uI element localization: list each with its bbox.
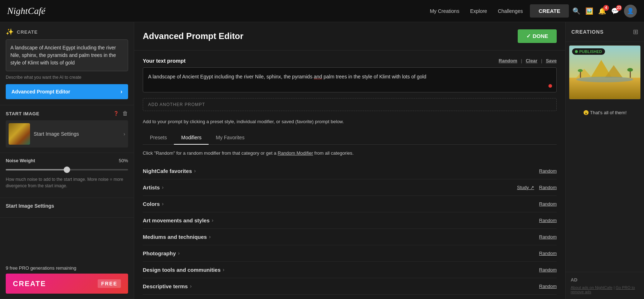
slider-fill <box>6 169 67 170</box>
add-another-prompt[interactable]: ADD ANOTHER PROMPT <box>143 98 557 111</box>
study-artists-link[interactable]: Study ↗ <box>517 185 534 190</box>
create-label: CREATE <box>17 29 38 35</box>
chevron-right-icon: › <box>209 234 211 240</box>
search-icon[interactable]: 🔍 <box>572 7 580 15</box>
start-image-section: START IMAGE ❓ 🗑 Start Image Settings › <box>0 105 134 153</box>
start-image-preview[interactable]: Start Image Settings › <box>6 120 128 148</box>
prompt-text-content: A landscape of Ancient Egypt including t… <box>148 74 426 79</box>
logo[interactable]: NightCafé <box>7 6 45 16</box>
page-title: Advanced Prompt Editor <box>143 31 243 41</box>
chevron-right-icon: › <box>162 201 164 207</box>
right-panel-content: PUBLISHED <box>566 42 644 272</box>
noise-weight-label: Noise Weight <box>6 158 35 163</box>
create-free-button[interactable]: CREATE FREE <box>6 274 128 294</box>
chevron-right-icon: › <box>194 168 196 174</box>
left-panel: ✨ CREATE A landscape of Ancient Egypt in… <box>0 22 134 299</box>
ad-section: AD About ads on NightCafe | Go PRO to re… <box>566 272 644 299</box>
left-panel-header: ✨ CREATE <box>6 28 128 36</box>
message-badge: 23 <box>616 5 622 11</box>
nav-icons: 🔍 🖼️ 🔔 4 💬 23 👤 <box>572 5 637 18</box>
message-icon[interactable]: 💬 23 <box>611 7 619 15</box>
random-nightcafe-favorites[interactable]: Random <box>539 168 557 174</box>
noise-weight-section: Noise Weight 50% How much noise to add t… <box>0 153 134 198</box>
category-photography[interactable]: Photography › Random <box>143 245 557 262</box>
create-section: 9 free PRO generations remaining CREATE … <box>0 260 134 299</box>
start-image-header: START IMAGE ❓ 🗑 <box>6 110 128 117</box>
random-modifier-link[interactable]: Random Modifier <box>278 150 313 156</box>
right-panel-header: CREATIONS ⊞ <box>566 22 644 42</box>
right-panel: CREATIONS ⊞ PUBLISHED <box>565 22 644 299</box>
random-colors[interactable]: Random <box>539 201 557 207</box>
avatar[interactable]: 👤 <box>624 5 637 18</box>
random-design-tools[interactable]: Random <box>539 267 557 273</box>
nav-my-creations[interactable]: My Creations <box>430 8 459 14</box>
underlined-word: and <box>314 74 322 79</box>
create-label: CREATE <box>13 280 46 288</box>
add-helper-text: Add to your prompt by clicking a preset … <box>143 118 557 125</box>
published-dot <box>575 50 578 53</box>
tab-modifiers[interactable]: Modifiers <box>174 131 209 145</box>
expand-icon[interactable]: ⊞ <box>633 28 638 36</box>
clear-action[interactable]: Clear <box>526 58 537 63</box>
tabs: Presets Modifiers My Favorites <box>143 131 557 145</box>
noise-weight-row: Noise Weight 50% <box>6 158 128 163</box>
slider-thumb[interactable] <box>64 167 70 173</box>
random-art-movements[interactable]: Random <box>539 218 557 223</box>
advanced-prompt-editor-button[interactable]: Advanced Prompt Editor › <box>6 84 128 99</box>
your-text-prompt-label: Your text prompt Random | Clear | Save <box>143 58 557 64</box>
chevron-right-icon: › <box>190 283 192 289</box>
noise-help-text: How much noise to add to the start image… <box>6 176 128 189</box>
notification-icon[interactable]: 🔔 4 <box>598 7 606 15</box>
random-artists[interactable]: Random <box>539 185 557 190</box>
category-mediums-techniques[interactable]: Mediums and techniques › Random <box>143 229 557 245</box>
nav-create-button[interactable]: CREATE <box>530 4 569 18</box>
start-image-settings-section: Start Image Settings <box>0 198 134 218</box>
category-descriptive-terms[interactable]: Descriptive terms › Random <box>143 278 557 295</box>
help-icon[interactable]: ❓ <box>113 111 119 116</box>
category-colors[interactable]: Colors › Random <box>143 196 557 212</box>
category-art-movements[interactable]: Art movements and styles › Random <box>143 212 557 229</box>
start-image-title: START IMAGE <box>6 111 39 116</box>
modifier-categories: NightCafe favorites › Random Artists › S… <box>143 163 557 299</box>
image-icon[interactable]: 🖼️ <box>585 7 593 15</box>
left-panel-top: ✨ CREATE A landscape of Ancient Egypt in… <box>0 22 134 105</box>
all-of-them-message: 😮 That's all of them! <box>569 103 640 122</box>
chevron-right-icon: › <box>212 217 214 223</box>
middle-content: Your text prompt Random | Clear | Save A… <box>134 50 565 299</box>
start-image-settings-label: Start Image Settings <box>34 131 120 137</box>
nav-explore[interactable]: Explore <box>470 8 487 14</box>
chevron-right-icon: › <box>123 131 125 137</box>
random-descriptive-terms[interactable]: Random <box>539 284 557 289</box>
free-label: FREE <box>98 279 121 288</box>
tab-presets[interactable]: Presets <box>143 131 174 145</box>
nav-links: My Creations Explore Challenges <box>430 8 523 14</box>
ad-label: AD <box>571 277 639 283</box>
category-design-tools[interactable]: Design tools and communities › Random <box>143 262 557 278</box>
creations-title: CREATIONS <box>571 29 604 35</box>
category-artists[interactable]: Artists › Study ↗ Random <box>143 179 557 196</box>
published-badge: PUBLISHED <box>572 48 605 55</box>
category-culture-genre[interactable]: Culture / genre › Random <box>143 295 557 299</box>
middle-panel: Advanced Prompt Editor ✓ DONE Your text … <box>134 22 565 299</box>
notification-badge: 4 <box>603 5 609 11</box>
start-image-thumbnail <box>9 123 30 145</box>
random-photography[interactable]: Random <box>539 251 557 256</box>
category-nightcafe-favorites[interactable]: NightCafe favorites › Random <box>143 163 557 179</box>
random-action[interactable]: Random <box>499 58 517 63</box>
chevron-right-icon: › <box>178 250 180 256</box>
random-mediums-techniques[interactable]: Random <box>539 234 557 240</box>
chevron-right-icon: › <box>121 88 122 95</box>
noise-weight-slider[interactable] <box>6 166 128 173</box>
save-action[interactable]: Save <box>546 58 557 63</box>
done-button[interactable]: ✓ DONE <box>518 29 557 43</box>
about-ads-link[interactable]: About ads on NightCafe <box>571 285 613 290</box>
start-image-settings-title: Start Image Settings <box>6 203 128 209</box>
chevron-right-icon: › <box>162 184 164 190</box>
prompt-textarea[interactable]: A landscape of Ancient Egypt including t… <box>143 67 557 92</box>
nav-challenges[interactable]: Challenges <box>498 8 523 14</box>
tab-my-favorites[interactable]: My Favorites <box>209 131 252 145</box>
trash-icon[interactable]: 🗑 <box>122 110 128 117</box>
middle-header: Advanced Prompt Editor ✓ DONE <box>134 22 565 50</box>
top-navigation: NightCafé My Creations Explore Challenge… <box>0 0 644 22</box>
click-hint: Click "Random" for a random modifier fro… <box>143 150 557 156</box>
